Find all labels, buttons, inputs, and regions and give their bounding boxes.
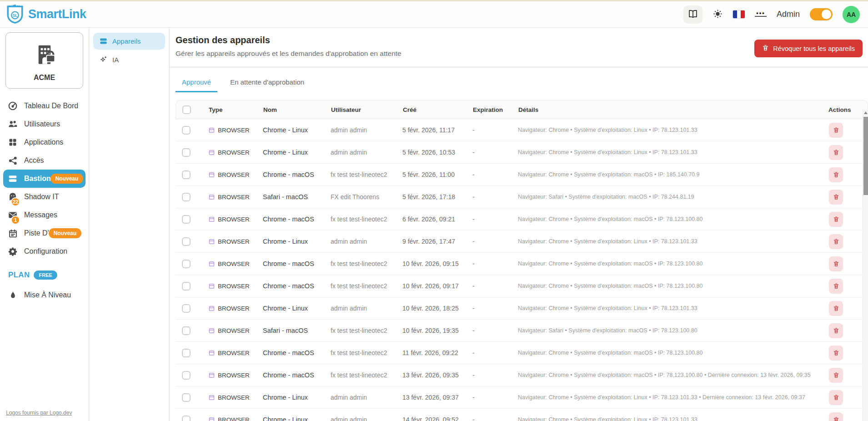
device-user: fx test test-lineotec2 bbox=[331, 349, 402, 356]
sidebar-item-dashboard[interactable]: Tableau De Bord bbox=[0, 97, 89, 115]
row-checkbox[interactable] bbox=[182, 237, 191, 246]
org-card[interactable]: ACME bbox=[5, 32, 83, 89]
row-checkbox[interactable] bbox=[182, 371, 191, 380]
row-checkbox[interactable] bbox=[182, 393, 191, 402]
browser-type-icon bbox=[208, 261, 215, 267]
row-checkbox[interactable] bbox=[182, 416, 191, 421]
sidebar-item-bastion[interactable]: Bastion Nouveau bbox=[3, 170, 85, 188]
device-details: Navigateur: Chrome • Système d'exploitat… bbox=[518, 171, 823, 178]
browser-type-icon bbox=[208, 394, 215, 401]
row-checkbox[interactable] bbox=[182, 148, 191, 157]
sidebar-item-audit-trail[interactable]: Piste D' Nouveau bbox=[0, 224, 89, 242]
admin-mode-toggle[interactable] bbox=[810, 8, 833, 20]
device-name: Chrome - Linux bbox=[263, 149, 331, 156]
device-name: Chrome - Linux bbox=[263, 126, 331, 134]
device-user: admin admin bbox=[331, 238, 402, 245]
avatar[interactable]: AA bbox=[843, 6, 860, 23]
sparkles-icon bbox=[99, 55, 108, 64]
select-all-checkbox[interactable] bbox=[182, 105, 191, 114]
table-row: BROWSER Chrome - macOS fx test test-line… bbox=[176, 208, 868, 231]
delete-device-button[interactable] bbox=[829, 346, 843, 361]
sidebar-item-users[interactable]: Utilisateurs bbox=[0, 115, 89, 133]
messages-count-badge: 1 bbox=[11, 216, 20, 225]
table-row: BROWSER Chrome - Linux admin admin 5 fév… bbox=[176, 119, 868, 141]
delete-device-button[interactable] bbox=[829, 390, 843, 405]
table-row: BROWSER Chrome - macOS fx test test-line… bbox=[176, 253, 868, 275]
logos-attribution-link[interactable]: Logos fournis par Logo.dev bbox=[6, 410, 72, 416]
device-type: BROWSER bbox=[218, 238, 250, 245]
device-details: Navigateur: Chrome • Système d'exploitat… bbox=[518, 350, 823, 356]
sidebar-item-access[interactable]: Accès bbox=[0, 151, 89, 170]
row-checkbox[interactable] bbox=[182, 126, 191, 135]
docs-button[interactable] bbox=[683, 5, 702, 24]
device-name: Chrome - macOS bbox=[263, 349, 331, 356]
subnav-item-devices[interactable]: Appareils bbox=[93, 33, 165, 50]
delete-device-button[interactable] bbox=[829, 145, 843, 160]
row-checkbox[interactable] bbox=[182, 170, 191, 179]
users-icon bbox=[7, 119, 18, 129]
delete-device-button[interactable] bbox=[829, 301, 843, 316]
row-checkbox[interactable] bbox=[182, 326, 191, 335]
scroll-up-arrow[interactable] bbox=[864, 111, 868, 114]
device-expiration: - bbox=[472, 260, 518, 267]
brand-name: SmartLink bbox=[28, 7, 86, 21]
delete-device-button[interactable] bbox=[829, 212, 843, 227]
brand[interactable]: SL SmartLink bbox=[5, 3, 86, 26]
row-checkbox[interactable] bbox=[182, 193, 191, 201]
trash-icon bbox=[833, 149, 839, 156]
nouveau-badge: Nouveau bbox=[50, 174, 84, 184]
smartlink-logo-icon: SL bbox=[5, 3, 25, 26]
more-menu-button[interactable]: ••• bbox=[755, 12, 767, 17]
sidebar-item-applications[interactable]: Applications bbox=[0, 133, 89, 151]
browser-type-icon bbox=[208, 171, 215, 178]
row-checkbox[interactable] bbox=[182, 260, 191, 268]
plan-badge: FREE bbox=[34, 271, 57, 280]
trash-icon bbox=[762, 44, 769, 53]
gear-icon bbox=[7, 246, 18, 256]
sidebar-item-shadow-it[interactable]: 22 Shadow IT bbox=[0, 188, 89, 206]
sidebar-item-messages[interactable]: 1 Messages bbox=[0, 206, 89, 224]
device-type: BROWSER bbox=[218, 283, 250, 290]
table-row: BROWSER Chrome - Linux admin admin 5 fév… bbox=[176, 141, 868, 164]
row-checkbox[interactable] bbox=[182, 349, 191, 357]
row-checkbox[interactable] bbox=[182, 215, 191, 224]
delete-device-button[interactable] bbox=[829, 412, 843, 421]
browser-type-icon bbox=[208, 416, 215, 421]
table-row: BROWSER Chrome - Linux admin admin 9 fév… bbox=[176, 231, 868, 253]
device-type: BROWSER bbox=[218, 127, 250, 134]
device-expiration: - bbox=[472, 126, 518, 134]
trash-icon bbox=[833, 327, 839, 334]
upgrade-button[interactable]: Mise À Niveau bbox=[0, 286, 89, 304]
tab-approved[interactable]: Approuvé bbox=[176, 73, 217, 92]
tab-pending-approval[interactable]: En attente d'approbation bbox=[224, 73, 311, 92]
delete-device-button[interactable] bbox=[829, 123, 843, 138]
device-name: Chrome - macOS bbox=[263, 216, 331, 223]
trash-icon bbox=[833, 416, 839, 421]
column-header-user: Utilisateur bbox=[331, 106, 403, 113]
device-type: BROWSER bbox=[218, 171, 250, 178]
delete-device-button[interactable] bbox=[829, 323, 843, 338]
vertical-scrollbar[interactable] bbox=[863, 110, 868, 421]
revoke-all-devices-button[interactable]: Révoquer tous les appareils bbox=[754, 40, 863, 57]
delete-device-button[interactable] bbox=[829, 190, 843, 205]
language-button[interactable] bbox=[733, 10, 745, 18]
device-user: admin admin bbox=[331, 416, 402, 421]
scrollbar-thumb[interactable] bbox=[863, 117, 868, 195]
theme-toggle-button[interactable] bbox=[712, 9, 723, 20]
flame-icon bbox=[7, 291, 18, 300]
device-name: Chrome - macOS bbox=[263, 260, 331, 267]
row-checkbox[interactable] bbox=[182, 304, 191, 313]
table-body: BROWSER Chrome - Linux admin admin 5 fév… bbox=[176, 119, 868, 421]
delete-device-button[interactable] bbox=[829, 279, 843, 294]
device-user: admin admin bbox=[331, 394, 402, 401]
device-expiration: - bbox=[472, 216, 518, 223]
subnav-item-ai[interactable]: IA bbox=[93, 51, 165, 68]
shadow-it-count-badge: 22 bbox=[11, 197, 20, 206]
delete-device-button[interactable] bbox=[829, 368, 843, 383]
calendar-icon bbox=[7, 229, 18, 238]
sidebar-item-configuration[interactable]: Configuration bbox=[0, 242, 89, 261]
delete-device-button[interactable] bbox=[829, 167, 843, 182]
row-checkbox[interactable] bbox=[182, 282, 191, 291]
delete-device-button[interactable] bbox=[829, 234, 843, 249]
delete-device-button[interactable] bbox=[829, 256, 843, 271]
